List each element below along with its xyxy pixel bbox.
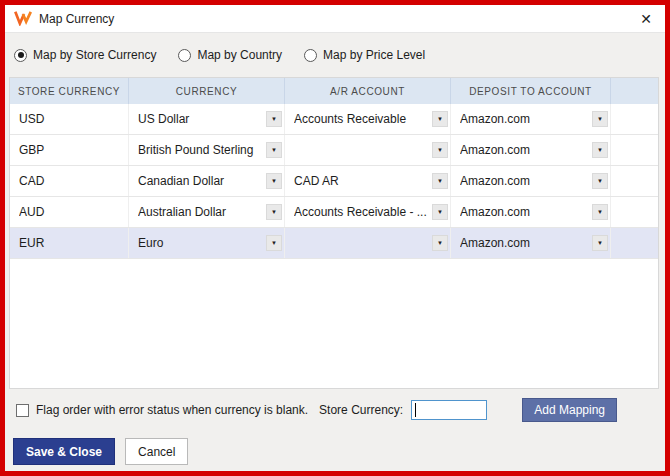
window-title: Map Currency — [39, 12, 114, 26]
cancel-button[interactable]: Cancel — [125, 438, 188, 465]
radio-label: Map by Price Level — [323, 48, 425, 62]
flag-order-checkbox[interactable] — [16, 404, 29, 417]
radio-map-by-price-level[interactable]: Map by Price Level — [304, 48, 425, 62]
store-currency-input-wrap — [411, 400, 487, 420]
dropdown-arrow-icon[interactable]: ▼ — [592, 142, 608, 158]
save-close-button[interactable]: Save & Close — [13, 438, 115, 465]
cell-text: Australian Dollar — [138, 205, 263, 219]
store-currency-cell: GBP — [10, 135, 129, 165]
cell-text: GBP — [19, 143, 128, 157]
radio-dot-icon — [14, 49, 27, 62]
col-header-store-currency: STORE CURRENCY — [10, 78, 129, 104]
cell-text: Canadian Dollar — [138, 174, 263, 188]
table-header-row: STORE CURRENCY CURRENCY A/R ACCOUNT DEPO… — [10, 78, 658, 104]
title-bar: Map Currency ✕ — [5, 5, 665, 33]
dropdown-arrow-icon[interactable]: ▼ — [266, 111, 282, 127]
dropdown-arrow-icon[interactable]: ▼ — [592, 111, 608, 127]
cell-text: Amazon.com — [460, 236, 589, 250]
flag-order-label: Flag order with error status when curren… — [36, 403, 308, 417]
deposit-account-dropdown[interactable]: Amazon.com▼ — [451, 135, 611, 165]
currency-mapping-table: STORE CURRENCY CURRENCY A/R ACCOUNT DEPO… — [9, 77, 659, 389]
radio-dot-icon — [304, 49, 317, 62]
deposit-account-dropdown[interactable]: Amazon.com▼ — [451, 228, 611, 258]
spacer-cell — [611, 135, 658, 165]
cell-text: Amazon.com — [460, 174, 589, 188]
close-icon[interactable]: ✕ — [637, 10, 655, 28]
radio-label: Map by Country — [197, 48, 282, 62]
cell-text: Accounts Receivable — [294, 112, 429, 126]
table-row-aud[interactable]: AUDAustralian Dollar▼Accounts Receivable… — [10, 197, 658, 228]
deposit-account-dropdown[interactable]: Amazon.com▼ — [451, 197, 611, 227]
dropdown-arrow-icon[interactable]: ▼ — [592, 235, 608, 251]
add-mapping-button[interactable]: Add Mapping — [522, 398, 617, 422]
map-mode-radio-group: Map by Store Currency Map by Country Map… — [5, 33, 665, 77]
currency-dropdown[interactable]: Canadian Dollar▼ — [129, 166, 285, 196]
webgility-w-icon — [14, 11, 32, 26]
store-currency-cell: EUR — [10, 228, 129, 258]
store-currency-cell: AUD — [10, 197, 129, 227]
col-header-deposit-to-account: DEPOSIT TO ACCOUNT — [451, 78, 611, 104]
spacer-cell — [611, 228, 658, 258]
text-caret — [415, 403, 416, 417]
currency-dropdown[interactable]: British Pound Sterling▼ — [129, 135, 285, 165]
cell-text: Amazon.com — [460, 112, 589, 126]
radio-map-by-country[interactable]: Map by Country — [178, 48, 282, 62]
cell-text: US Dollar — [138, 112, 263, 126]
table-row-gbp[interactable]: GBPBritish Pound Sterling▼▼Amazon.com▼ — [10, 135, 658, 166]
ar-account-dropdown[interactable]: Accounts Receivable▼ — [285, 104, 451, 134]
ar-account-dropdown[interactable]: ▼ — [285, 228, 451, 258]
dialog-actions: Save & Close Cancel — [13, 438, 665, 465]
cell-text: EUR — [19, 236, 128, 250]
dropdown-arrow-icon[interactable]: ▼ — [592, 173, 608, 189]
store-currency-cell: CAD — [10, 166, 129, 196]
deposit-account-dropdown[interactable]: Amazon.com▼ — [451, 104, 611, 134]
cell-text: British Pound Sterling — [138, 143, 263, 157]
currency-dropdown[interactable]: US Dollar▼ — [129, 104, 285, 134]
dropdown-arrow-icon[interactable]: ▼ — [592, 204, 608, 220]
dropdown-arrow-icon[interactable]: ▼ — [266, 173, 282, 189]
dropdown-arrow-icon[interactable]: ▼ — [432, 173, 448, 189]
store-currency-label: Store Currency: — [319, 403, 403, 417]
table-row-eur[interactable]: EUREuro▼▼Amazon.com▼ — [10, 228, 658, 259]
dropdown-arrow-icon[interactable]: ▼ — [432, 204, 448, 220]
spacer-cell — [611, 197, 658, 227]
cell-text: CAD AR — [294, 174, 429, 188]
store-currency-input[interactable] — [411, 400, 487, 420]
deposit-account-dropdown[interactable]: Amazon.com▼ — [451, 166, 611, 196]
radio-label: Map by Store Currency — [33, 48, 156, 62]
cell-text: CAD — [19, 174, 128, 188]
ar-account-dropdown[interactable]: Accounts Receivable - ...▼ — [285, 197, 451, 227]
dropdown-arrow-icon[interactable]: ▼ — [266, 142, 282, 158]
map-currency-dialog: Map Currency ✕ Map by Store Currency Map… — [0, 0, 670, 476]
col-header-currency: CURRENCY — [129, 78, 285, 104]
dropdown-arrow-icon[interactable]: ▼ — [266, 204, 282, 220]
cell-text: Accounts Receivable - ... — [294, 205, 429, 219]
table-row-cad[interactable]: CADCanadian Dollar▼CAD AR▼Amazon.com▼ — [10, 166, 658, 197]
dropdown-arrow-icon[interactable]: ▼ — [432, 142, 448, 158]
table-row-usd[interactable]: USDUS Dollar▼Accounts Receivable▼Amazon.… — [10, 104, 658, 135]
table-body: USDUS Dollar▼Accounts Receivable▼Amazon.… — [10, 104, 658, 259]
dropdown-arrow-icon[interactable]: ▼ — [266, 235, 282, 251]
cell-text: USD — [19, 112, 128, 126]
col-header-ar-account: A/R ACCOUNT — [285, 78, 451, 104]
flag-order-row: Flag order with error status when curren… — [16, 398, 657, 422]
cell-text: AUD — [19, 205, 128, 219]
ar-account-dropdown[interactable]: CAD AR▼ — [285, 166, 451, 196]
cell-text: Amazon.com — [460, 205, 589, 219]
radio-map-by-store-currency[interactable]: Map by Store Currency — [14, 48, 156, 62]
dropdown-arrow-icon[interactable]: ▼ — [432, 111, 448, 127]
cell-text: Euro — [138, 236, 263, 250]
spacer-cell — [611, 166, 658, 196]
col-header-spacer — [611, 78, 658, 104]
currency-dropdown[interactable]: Euro▼ — [129, 228, 285, 258]
spacer-cell — [611, 104, 658, 134]
store-currency-cell: USD — [10, 104, 129, 134]
dropdown-arrow-icon[interactable]: ▼ — [432, 235, 448, 251]
radio-dot-icon — [178, 49, 191, 62]
currency-dropdown[interactable]: Australian Dollar▼ — [129, 197, 285, 227]
cell-text: Amazon.com — [460, 143, 589, 157]
ar-account-dropdown[interactable]: ▼ — [285, 135, 451, 165]
